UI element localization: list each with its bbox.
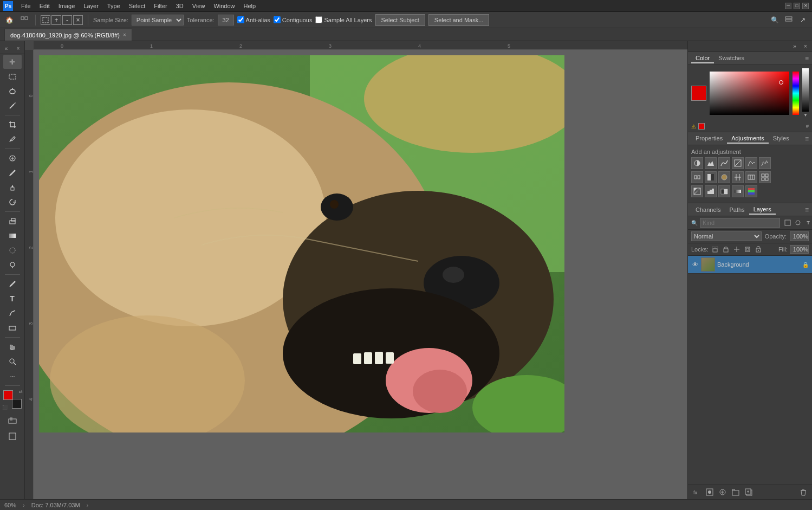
- add-adjustment-layer-button[interactable]: [717, 487, 728, 498]
- swatches-tab[interactable]: Swatches: [714, 54, 749, 63]
- pen-button[interactable]: [3, 277, 22, 291]
- photo-filter-btn[interactable]: [718, 171, 730, 183]
- menu-image[interactable]: Image: [55, 2, 79, 10]
- minimize-button[interactable]: ─: [785, 3, 791, 9]
- quick-mask-icon[interactable]: [3, 414, 22, 428]
- lock-position-icon[interactable]: [732, 245, 741, 254]
- invert-btn[interactable]: [691, 185, 703, 197]
- subtract-selection-btn[interactable]: -: [62, 15, 72, 25]
- canvas-content[interactable]: [34, 50, 687, 499]
- add-new-layer-button[interactable]: [743, 487, 754, 498]
- layers-panel-menu-icon[interactable]: ≡: [805, 206, 809, 214]
- delete-layer-button[interactable]: [798, 487, 809, 498]
- brush-tool-button[interactable]: [3, 166, 22, 180]
- layer-row-background[interactable]: 👁 Background 🔒: [688, 256, 812, 274]
- menu-file[interactable]: File: [17, 2, 35, 10]
- foreground-color-picker[interactable]: [691, 86, 706, 101]
- new-selection-btn[interactable]: [41, 15, 50, 25]
- adjustments-tab[interactable]: Adjustments: [727, 134, 769, 144]
- levels-btn[interactable]: [705, 157, 717, 169]
- add-selection-btn[interactable]: +: [51, 15, 61, 25]
- lock-transparent-icon[interactable]: [711, 245, 719, 254]
- styles-tab[interactable]: Styles: [769, 134, 794, 144]
- menu-layer[interactable]: Layer: [80, 2, 102, 10]
- menu-type[interactable]: Type: [103, 2, 124, 10]
- color-gamut-warning-swatch[interactable]: [698, 123, 705, 130]
- menu-edit[interactable]: Edit: [36, 2, 54, 10]
- history-brush-button[interactable]: [3, 195, 22, 209]
- color-gradient-picker[interactable]: [710, 72, 789, 115]
- color-spectrum-arrow[interactable]: ▼: [803, 113, 808, 118]
- channels-tab[interactable]: Channels: [691, 205, 725, 214]
- collapse-left-toolbar-icon[interactable]: «: [2, 44, 11, 53]
- sample-all-layers-checkbox[interactable]: [315, 16, 322, 23]
- document-tab[interactable]: dog-4180480_1920.jpg @ 60% (RGB/8#) ×: [4, 29, 132, 41]
- type-button[interactable]: T: [3, 292, 22, 306]
- clone-stamp-button[interactable]: [3, 180, 22, 195]
- intersect-selection-btn[interactable]: ×: [73, 15, 83, 25]
- collapse-right-panel-icon[interactable]: »: [790, 42, 799, 51]
- eyedropper-tool-button[interactable]: [3, 132, 22, 146]
- filter-type-icon[interactable]: T: [804, 218, 812, 227]
- menu-window[interactable]: Window: [210, 2, 238, 10]
- marquee-tool-button[interactable]: [3, 69, 22, 83]
- select-and-mask-button[interactable]: Select and Mask...: [428, 14, 490, 26]
- paths-tab[interactable]: Paths: [725, 205, 749, 214]
- fill-input[interactable]: [790, 245, 809, 254]
- close-left-toolbar-icon[interactable]: ×: [14, 44, 23, 53]
- sample-size-select[interactable]: Point Sample: [132, 15, 184, 25]
- move-tool-button[interactable]: ✛: [3, 55, 22, 69]
- menu-filter[interactable]: Filter: [150, 2, 171, 10]
- vibrance-btn[interactable]: [745, 157, 757, 169]
- maximize-button[interactable]: □: [794, 3, 800, 9]
- color-alpha-slider[interactable]: [802, 68, 809, 112]
- black-white-btn[interactable]: [705, 171, 717, 183]
- workspace-icon[interactable]: [783, 14, 795, 26]
- hand-button[interactable]: [3, 340, 22, 354]
- dodge-button[interactable]: [3, 258, 22, 272]
- status-arrow-icon[interactable]: ›: [23, 502, 25, 508]
- menu-select[interactable]: Select: [125, 2, 150, 10]
- path-select-button[interactable]: [3, 306, 22, 320]
- exposure-btn[interactable]: [732, 157, 744, 169]
- healing-brush-button[interactable]: [3, 151, 22, 165]
- reset-colors-icon[interactable]: ⬛: [2, 405, 8, 410]
- color-panel-menu-icon[interactable]: ≡: [805, 55, 809, 62]
- blend-mode-select[interactable]: Normal: [691, 231, 762, 241]
- background-color-swatch[interactable]: [12, 399, 22, 409]
- add-mask-button[interactable]: [704, 487, 715, 498]
- layer-visibility-toggle[interactable]: 👁: [691, 261, 699, 268]
- blur-button[interactable]: [3, 243, 22, 257]
- menu-3d[interactable]: 3D: [172, 2, 187, 10]
- eraser-button[interactable]: [3, 214, 22, 228]
- close-button[interactable]: ✕: [802, 3, 809, 9]
- magic-wand-tool-button[interactable]: [3, 99, 22, 113]
- threshold-btn[interactable]: [718, 185, 730, 197]
- gradient-map-btn[interactable]: [732, 185, 744, 197]
- properties-tab[interactable]: Properties: [691, 134, 727, 144]
- shape-button[interactable]: [3, 321, 22, 335]
- curves-btn[interactable]: [718, 157, 730, 169]
- lock-image-icon[interactable]: [722, 245, 730, 254]
- selective-color-btn[interactable]: [745, 185, 757, 197]
- adj-panel-menu-icon[interactable]: ≡: [805, 135, 809, 143]
- lasso-tool-button[interactable]: [3, 84, 22, 98]
- menu-view[interactable]: View: [189, 2, 209, 10]
- close-right-panel-icon[interactable]: ×: [801, 42, 810, 51]
- anti-alias-checkbox[interactable]: [237, 16, 244, 23]
- tolerance-input[interactable]: [218, 15, 234, 25]
- share-icon[interactable]: ↗: [797, 14, 809, 26]
- select-subject-button[interactable]: Select Subject: [375, 14, 425, 26]
- contiguous-checkbox[interactable]: [274, 16, 281, 23]
- filter-adjustment-icon[interactable]: [794, 218, 802, 227]
- color-tab[interactable]: Color: [691, 54, 714, 63]
- home-icon[interactable]: 🏠: [3, 14, 15, 26]
- color-lookup-btn[interactable]: [745, 171, 757, 183]
- lock-artboard-icon[interactable]: [743, 245, 752, 254]
- opacity-input[interactable]: [790, 231, 809, 241]
- zoom-button[interactable]: [3, 354, 22, 369]
- channel-mixer-btn[interactable]: [732, 171, 744, 183]
- gradient-button[interactable]: [3, 229, 22, 243]
- search-icon[interactable]: 🔍: [769, 14, 781, 26]
- layers-tab[interactable]: Layers: [749, 205, 776, 215]
